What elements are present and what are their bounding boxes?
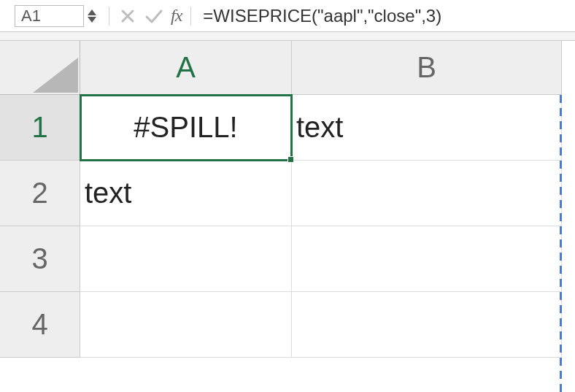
row-head-4[interactable]: 4 (0, 292, 80, 358)
name-box[interactable]: A1 (15, 5, 84, 27)
formula-bar: A1 fx =WISEPRICE("aapl","close",3) (0, 0, 575, 32)
divider (109, 7, 109, 26)
svg-marker-1 (88, 17, 96, 23)
name-box-value: A1 (21, 7, 41, 26)
row-head-3[interactable]: 3 (0, 226, 80, 292)
check-icon (144, 8, 163, 24)
cell-b2[interactable] (292, 161, 562, 226)
enter-button[interactable] (143, 5, 165, 27)
formula-text: =WISEPRICE("aapl","close",3) (203, 6, 441, 26)
ribbon-gap (0, 32, 575, 41)
cell-a4[interactable] (80, 292, 292, 358)
col-head-b[interactable]: B (292, 41, 562, 95)
row-head-1[interactable]: 1 (0, 95, 80, 161)
svg-marker-0 (88, 9, 96, 15)
cell-a3[interactable] (80, 226, 292, 292)
cell-a2[interactable]: text (80, 161, 292, 226)
chevron-down-icon (87, 16, 97, 23)
cell-b3[interactable] (292, 226, 562, 292)
cell-b4[interactable] (292, 292, 562, 358)
worksheet-grid: A B 1 #SPILL! text 2 text 3 4 (0, 41, 575, 358)
x-icon (120, 8, 136, 24)
col-head-a[interactable]: A (80, 41, 292, 95)
fx-label[interactable]: fx (169, 6, 183, 26)
select-all-corner[interactable] (0, 41, 80, 95)
row-head-2[interactable]: 2 (0, 161, 80, 226)
cell-b1[interactable]: text (292, 95, 562, 161)
formula-input[interactable]: =WISEPRICE("aapl","close",3) (198, 5, 568, 27)
cell-a1[interactable]: #SPILL! (80, 95, 292, 161)
chevron-up-icon (87, 9, 97, 16)
divider (190, 7, 191, 26)
cancel-button[interactable] (117, 5, 139, 27)
name-box-stepper[interactable] (87, 5, 97, 27)
